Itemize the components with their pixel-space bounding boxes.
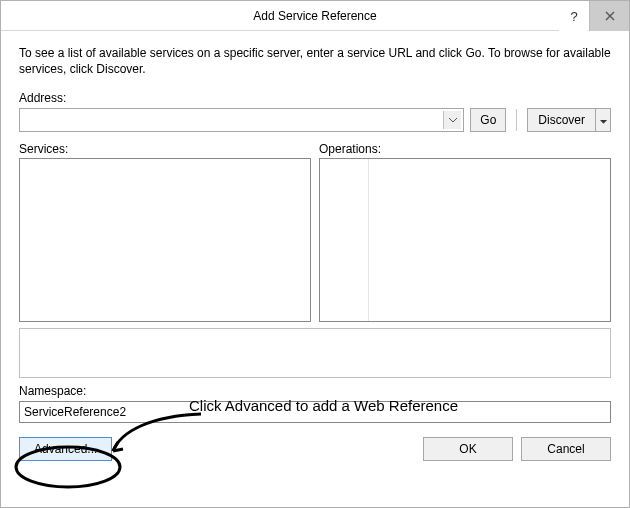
help-button[interactable]: ?	[559, 1, 589, 31]
dialog-window: Add Service Reference ? To see a list of…	[0, 0, 630, 508]
address-row: Go Discover	[19, 108, 611, 132]
cancel-button[interactable]: Cancel	[521, 437, 611, 461]
address-label: Address:	[19, 91, 611, 105]
operations-label: Operations:	[319, 142, 611, 156]
advanced-button[interactable]: Advanced...	[19, 437, 112, 461]
titlebar: Add Service Reference ?	[1, 1, 629, 31]
ok-button[interactable]: OK	[423, 437, 513, 461]
discover-split-button: Discover	[527, 108, 611, 132]
instructions-text: To see a list of available services on a…	[19, 45, 611, 77]
discover-dropdown-button[interactable]	[595, 108, 611, 132]
namespace-input[interactable]	[19, 401, 611, 423]
chevron-down-icon	[443, 111, 461, 129]
namespace-label: Namespace:	[19, 384, 611, 398]
close-icon	[605, 9, 615, 24]
discover-button[interactable]: Discover	[527, 108, 595, 132]
services-column: Services:	[19, 142, 311, 322]
services-label: Services:	[19, 142, 311, 156]
title-controls: ?	[559, 1, 629, 31]
operations-listbox[interactable]	[319, 158, 611, 322]
go-button[interactable]: Go	[470, 108, 506, 132]
services-listbox[interactable]	[19, 158, 311, 322]
chevron-down-icon	[600, 113, 607, 127]
address-combobox[interactable]	[19, 108, 464, 132]
dialog-title: Add Service Reference	[1, 9, 629, 23]
namespace-block: Namespace:	[19, 384, 611, 423]
operations-column: Operations:	[319, 142, 611, 322]
status-panel	[19, 328, 611, 378]
lists-row: Services: Operations:	[19, 142, 611, 322]
separator	[516, 109, 517, 131]
close-button[interactable]	[589, 1, 629, 31]
bottom-button-row: Advanced... OK Cancel	[19, 437, 611, 461]
dialog-content: To see a list of available services on a…	[1, 31, 629, 461]
